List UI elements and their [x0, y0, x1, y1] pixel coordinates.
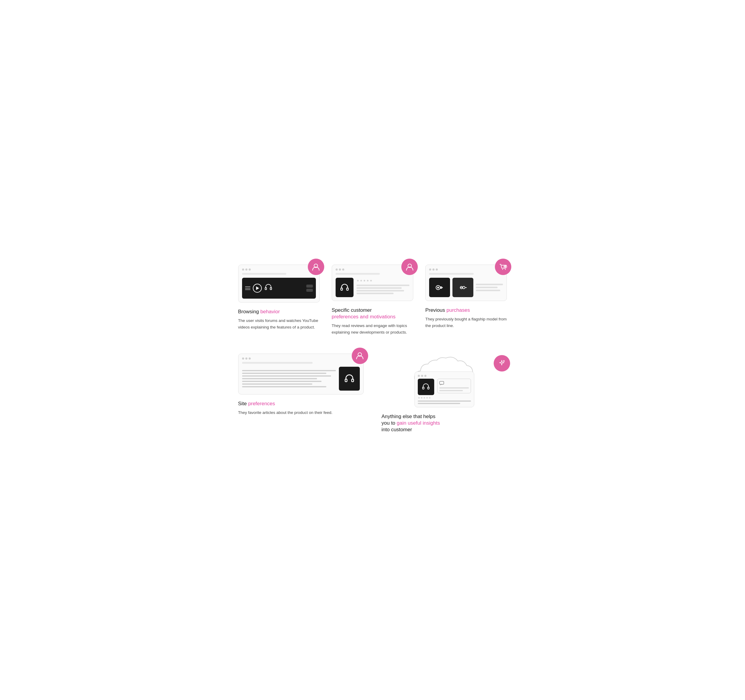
- chat-line: [439, 387, 469, 388]
- text-line: [242, 384, 313, 385]
- products-content: [429, 278, 503, 297]
- title-plain-2: Specific customer: [332, 307, 372, 313]
- illustration-purchases: [425, 264, 507, 301]
- illustration-browsing: [238, 264, 320, 303]
- bottom-row: Site preferences They favorite articles …: [238, 354, 507, 436]
- card-3-title: Previous purchases: [425, 307, 507, 313]
- chat-line: [439, 390, 463, 391]
- star: ★: [370, 279, 372, 282]
- review-line: [356, 287, 402, 289]
- card-customer-preferences: ★ ★ ★ ★ ★: [332, 264, 413, 335]
- card-1-desc: The user visits forums and watches YouTu…: [238, 318, 320, 330]
- svg-rect-23: [440, 381, 444, 384]
- review-line: [356, 285, 409, 286]
- browser-frame-3: [425, 264, 507, 301]
- product-box-1: [429, 278, 450, 297]
- avatar-person-2: [401, 259, 418, 275]
- title-plain-1: Browsing: [238, 309, 260, 315]
- illustration-site-pref: [238, 354, 364, 394]
- chat-icon: [439, 381, 444, 385]
- browser-frame-2: ★ ★ ★ ★ ★: [332, 264, 413, 301]
- cloud-illustration: ★ ★ ★ ★ ★: [381, 354, 507, 413]
- dot: [242, 357, 244, 360]
- text-line: [242, 373, 327, 374]
- svg-point-6: [502, 269, 503, 270]
- card-1-title: Browsing behavior: [238, 309, 320, 315]
- browser-frame-4: [238, 354, 364, 394]
- sparkle-icon: [498, 359, 506, 367]
- star: ★: [363, 279, 366, 282]
- headphones-box-2: [336, 278, 353, 297]
- card-site-preferences: Site preferences They favorite articles …: [238, 354, 364, 436]
- menu-line: [245, 290, 250, 290]
- title-highlight-2: preferences and motivations: [332, 314, 396, 319]
- person-icon-2: [405, 263, 414, 272]
- dot: [336, 269, 338, 270]
- title-line2-highlight-5: gain useful insights: [397, 420, 440, 426]
- menu-lines-left: [245, 287, 250, 290]
- browser-bar-1: [242, 273, 286, 275]
- headphones-svg-4: [344, 373, 355, 384]
- headphones-box-5: [418, 379, 434, 395]
- illustration-preferences: ★ ★ ★ ★ ★: [332, 264, 413, 301]
- bottom-stars: ★ ★ ★ ★ ★: [418, 396, 471, 399]
- desc-line: [476, 290, 500, 291]
- headphones-svg-5: [422, 382, 430, 391]
- card-4-title: Site preferences: [238, 400, 364, 407]
- title-plain-3: Previous: [425, 307, 446, 313]
- card-useful-insights: ★ ★ ★ ★ ★ Anything else that helps you t…: [381, 354, 507, 436]
- bottom-star: ★: [420, 396, 423, 399]
- dot: [245, 357, 247, 360]
- menu-line: [245, 288, 250, 288]
- person-icon-1: [311, 263, 320, 272]
- dot: [421, 375, 423, 377]
- side-btn: [306, 289, 313, 292]
- dot: [248, 357, 251, 360]
- text-line: [242, 386, 327, 387]
- dot: [245, 269, 247, 270]
- browser-frame-1: [238, 264, 320, 303]
- desc-line: [476, 287, 498, 288]
- text-line: [242, 375, 331, 376]
- title-line3-5: into customer: [381, 427, 412, 433]
- card-previous-purchases: Previous purchases They previously bough…: [425, 264, 507, 335]
- bottom-star: ★: [418, 396, 420, 399]
- title-line1-5: Anything else that helps: [381, 413, 436, 419]
- card-browsing-behavior: Browsing behavior The user visits forums…: [238, 264, 320, 335]
- title-highlight-1: behavior: [260, 309, 280, 315]
- avatar-person-4: [352, 348, 368, 364]
- dot: [339, 269, 341, 270]
- card-4-desc: They favorite articles about the product…: [238, 409, 364, 416]
- star: ★: [360, 279, 362, 282]
- browser-dots-2: [336, 269, 409, 270]
- text-line: [242, 381, 322, 382]
- review-content: ★ ★ ★ ★ ★: [336, 278, 409, 297]
- bottom-star: ★: [423, 396, 426, 399]
- card-5-title: Anything else that helps you to gain use…: [381, 413, 507, 433]
- article-text-lines: [242, 370, 336, 387]
- headphones-icon-1: [264, 283, 272, 293]
- headphones-box-4: [339, 367, 360, 391]
- dot: [242, 269, 244, 270]
- side-btn: [306, 285, 313, 288]
- browser-dots-3: [429, 269, 503, 270]
- person-icon-4: [355, 351, 364, 360]
- bottom-line: [418, 400, 471, 401]
- play-triangle: [256, 287, 259, 290]
- dot: [248, 269, 251, 270]
- page-wrapper: Browsing behavior The user visits forums…: [238, 264, 507, 436]
- menu-line: [245, 287, 250, 287]
- dot: [432, 269, 434, 270]
- video-content: [242, 278, 316, 299]
- card-3-desc: They previously bought a flagship model …: [425, 316, 507, 329]
- avatar-sparkle: [494, 355, 510, 372]
- cart-icon: [499, 263, 508, 272]
- svg-point-7: [505, 269, 506, 270]
- dot: [436, 269, 438, 270]
- svg-point-10: [437, 287, 439, 288]
- bottom-star: ★: [429, 396, 431, 399]
- product-desc-lines: [476, 278, 503, 297]
- card-2-title: Specific customer preferences and motiva…: [332, 307, 413, 320]
- text-line: [242, 378, 317, 379]
- review-lines: ★ ★ ★ ★ ★: [356, 278, 409, 294]
